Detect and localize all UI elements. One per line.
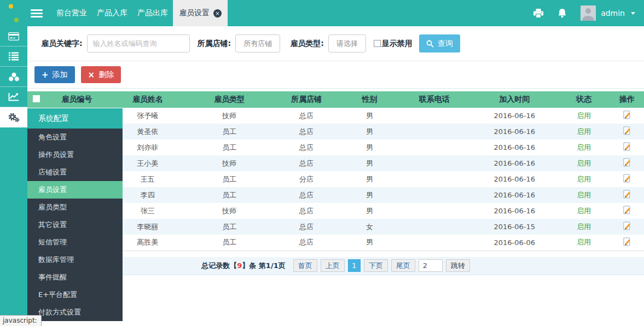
column-header: 雇员姓名 [107,91,188,108]
card-icon [8,32,19,40]
jump-page-input[interactable] [419,259,443,272]
status-badge: 启用 [558,187,610,203]
cubes-icon [8,72,20,82]
status-badge: 启用 [558,155,610,171]
tab-label: 雇员设置 [179,8,210,18]
status-badge: 启用 [558,171,610,187]
submenu-item[interactable]: 店铺设置 [27,164,123,181]
submenu-item[interactable]: 操作员设置 [27,146,123,164]
cell-employee-type: 技师 [188,203,271,219]
delete-button[interactable]: × 删除 [81,66,121,83]
column-header: 状态 [558,91,610,108]
store-label: 所属店铺: [198,39,231,49]
sidebar-item-settings[interactable] [0,107,27,127]
current-page-button[interactable]: 1 [348,259,361,272]
chart-icon [8,92,19,101]
topbar-tab[interactable]: 产品入库 [92,0,132,26]
print-icon[interactable] [533,9,544,18]
last-page-button[interactable]: 尾页 [391,259,415,272]
gears-icon [7,112,20,123]
edit-icon[interactable] [623,237,631,246]
sidebar-item-reports[interactable] [0,87,27,107]
edit-icon[interactable] [623,158,631,167]
submenu-items: 角色设置操作员设置店铺设置雇员设置雇员类型其它设置短信管理数据库管理事件提醒E+… [27,129,123,321]
edit-icon[interactable] [623,174,631,183]
prev-page-button[interactable]: 上页 [321,259,345,272]
submenu-item[interactable]: 数据库管理 [27,251,123,269]
submenu-item[interactable]: 短信管理 [27,234,123,251]
edit-icon[interactable] [623,142,631,151]
edit-icon[interactable] [623,206,631,214]
search-button[interactable]: 查询 [419,34,460,53]
status-badge: 启用 [558,203,610,219]
submenu-item[interactable]: 雇员设置 [27,181,123,199]
cell-gender: 男 [342,187,397,203]
cell-phone [397,235,471,251]
keyword-input[interactable] [87,34,190,53]
cell-employee-type: 员工 [188,235,271,251]
bell-icon[interactable] [558,8,567,18]
topbar: 前台营业 产品入库 产品出库 雇员设置 [0,0,644,26]
topbar-tab[interactable]: 前台营业 [51,0,92,26]
cell-join-date: 2016-06-16 [471,139,558,155]
select-all-checkbox[interactable] [33,95,40,102]
cell-join-date: 2016-06-15 [471,219,558,235]
topbar-tab[interactable]: 产品出库 [132,0,173,26]
submenu-header: 系统配置 [27,108,123,129]
submenu-item[interactable]: 角色设置 [27,129,123,146]
table-header-row: 雇员编号雇员姓名雇员类型所属店铺性别联系电话加入时间状态操作 [27,91,644,108]
store-select-button[interactable]: 所有店铺 [235,34,280,53]
cell-employee-type: 员工 [188,124,271,139]
add-button[interactable]: + 添加 [34,66,75,83]
first-page-button[interactable]: 首页 [293,259,317,272]
sidebar-item-products[interactable] [0,67,27,87]
cell-employee-type: 员工 [188,171,271,187]
cell-employee-type: 员工 [188,139,271,155]
cell-join-date: 2016-06-16 [471,187,558,203]
close-icon[interactable] [213,9,222,18]
plus-icon: + [42,70,49,80]
cell-join-date: 2016-06-16 [471,171,558,187]
cell-phone [397,219,471,235]
sidebar-item-billing[interactable] [0,26,27,46]
jump-button[interactable]: 跳转 [446,259,470,272]
edit-icon[interactable] [623,126,631,135]
user-menu[interactable]: admin [581,5,635,21]
cell-gender: 男 [342,124,397,139]
topbar-tabs: 前台营业 产品入库 产品出库 雇员设置 [51,0,228,26]
app-window: 前台营业 产品入库 产品出库 雇员设置 [0,0,644,326]
submenu-item[interactable]: 其它设置 [27,216,123,234]
cell-join-date: 2016-06-16 [471,203,558,219]
show-disabled-label: 显示禁用 [382,39,413,49]
cell-gender: 男 [342,155,397,171]
menu-icon[interactable] [31,9,43,18]
topbar-right: admin [533,0,644,26]
tab-label: 产品入库 [97,8,127,18]
status-badge: 启用 [558,124,610,139]
submenu-item[interactable]: E+平台配置 [27,286,123,304]
caret-down-icon [631,12,635,15]
submenu-item[interactable]: 事件提醒 [27,269,123,286]
edit-icon[interactable] [623,110,631,119]
next-page-button[interactable]: 下页 [364,259,388,272]
show-disabled-checkbox[interactable] [374,40,381,47]
topbar-tab[interactable]: 雇员设置 [173,0,228,26]
cell-employee-type: 员工 [188,187,271,203]
app-logo[interactable] [0,0,27,26]
type-label: 雇员类型: [290,39,324,49]
cell-phone [397,203,471,219]
edit-icon[interactable] [623,222,631,230]
cell-gender: 男 [342,139,397,155]
submenu-item[interactable]: 付款方式设置 [27,304,123,321]
edit-icon[interactable] [623,190,631,199]
column-header: 操作 [610,91,644,108]
submenu-item[interactable]: 雇员类型 [27,199,123,216]
cell-gender: 男 [342,108,397,124]
cell-store: 总店 [271,187,342,203]
sidebar-item-list[interactable] [0,46,27,67]
type-select-button[interactable]: 请选择 [328,34,366,53]
cell-store: 总店 [271,219,342,235]
status-badge: 启用 [558,108,610,124]
cell-store: 总店 [271,155,342,171]
status-badge: 启用 [558,219,610,235]
